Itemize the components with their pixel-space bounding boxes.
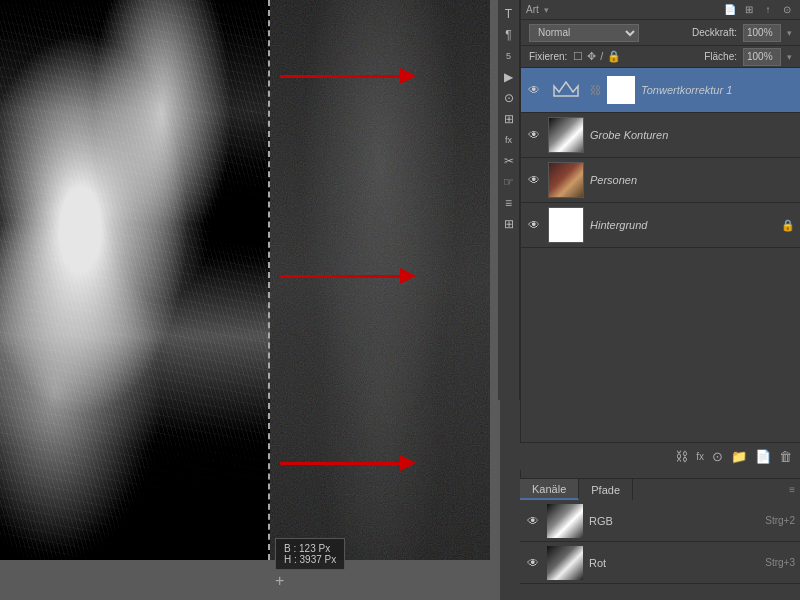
layer-thumb-hintergrund — [548, 207, 584, 243]
fix-icon-lock[interactable]: 🔒 — [607, 50, 621, 63]
tab-kanaele-label: Kanäle — [532, 483, 566, 495]
arrow-head-top — [400, 68, 416, 84]
channel-shortcut-rgb: Strg+2 — [765, 515, 795, 526]
layer-item-grobe[interactable]: 👁 Grobe Konturen — [521, 113, 800, 158]
layer-chain-tonwert: ⛓ — [590, 84, 601, 96]
red-arrow-top — [280, 68, 416, 84]
fix-label: Fixieren: — [529, 51, 567, 62]
opacity-input[interactable] — [743, 24, 781, 42]
layer-item-hintergrund[interactable]: 👁 Hintergrund 🔒 — [521, 203, 800, 248]
red-arrow-middle — [280, 268, 416, 284]
layer-visibility-grobe[interactable]: 👁 — [526, 127, 542, 143]
flaeche-input[interactable] — [743, 48, 781, 66]
panel-icon-3[interactable]: ↑ — [760, 2, 776, 18]
tool-5[interactable]: 5 — [500, 47, 518, 65]
layer-thumb-personen-img — [549, 163, 584, 198]
tab-pfade[interactable]: Pfade — [579, 479, 633, 500]
layers-area: 👁 ⛓ Tonwertkorrektur 1 👁 Grobe Konturen … — [521, 68, 800, 248]
fix-icons: ☐ ✥ / 🔒 — [573, 50, 621, 63]
tab-kanaele[interactable]: Kanäle — [520, 479, 579, 500]
channel-thumb-rot-img — [547, 546, 583, 580]
channel-tabs: Kanäle Pfade ≡ — [520, 478, 800, 500]
channel-tab-icon[interactable]: ≡ — [789, 484, 795, 495]
crosshair-cursor: + — [275, 572, 284, 590]
tool-fx[interactable]: fx — [500, 131, 518, 149]
measurement-box: B : 123 Px H : 3937 Px — [275, 538, 345, 570]
fix-icon-check[interactable]: ☐ — [573, 50, 583, 63]
layer-mask-tonwert — [607, 76, 635, 104]
layers-bottom-delete[interactable]: 🗑 — [779, 449, 792, 464]
layers-bottom-link[interactable]: ⛓ — [675, 449, 688, 464]
tab-pfade-label: Pfade — [591, 484, 620, 496]
tool-play[interactable]: ▶ — [500, 68, 518, 86]
channel-name-rot: Rot — [589, 557, 759, 569]
crown-svg — [551, 78, 581, 102]
layers-bottom-fx[interactable]: fx — [696, 451, 704, 462]
channel-visibility-rot[interactable]: 👁 — [525, 555, 541, 571]
b-value: 123 Px — [299, 543, 330, 554]
layers-bottom-mask[interactable]: ⊙ — [712, 449, 723, 464]
canvas-area: B : 123 Px H : 3937 Px + — [0, 0, 500, 600]
panel-icon-4[interactable]: ⊙ — [779, 2, 795, 18]
layer-visibility-tonwert[interactable]: 👁 — [526, 82, 542, 98]
layer-thumb-grobe — [548, 117, 584, 153]
canvas-dashed-line — [268, 0, 270, 560]
blend-mode-select[interactable]: Normal — [529, 24, 639, 42]
channel-area: 👁 RGB Strg+2 👁 Rot Strg+3 — [520, 500, 800, 600]
canvas-image-texture — [0, 0, 270, 560]
arrow-head-middle — [400, 268, 416, 284]
channel-tab-icons: ≡ — [789, 479, 800, 500]
tool-hand[interactable]: ☞ — [500, 173, 518, 191]
b-label: B : — [284, 543, 296, 554]
measurement-b: B : 123 Px — [284, 543, 336, 554]
layer-thumb-hintergrund-img — [549, 208, 584, 243]
channel-shortcut-rot: Strg+3 — [765, 557, 795, 568]
channel-item-rot[interactable]: 👁 Rot Strg+3 — [520, 542, 800, 584]
art-dropdown-icon[interactable]: ▾ — [544, 5, 549, 15]
layer-name-tonwert: Tonwertkorrektur 1 — [641, 84, 795, 96]
channel-thumb-rot — [547, 546, 583, 580]
panel-top-bar: Art ▾ 📄 ⊞ ↑ ⊙ — [521, 0, 800, 20]
vertical-toolbar: T ¶ 5 ▶ ⊙ ⊞ fx ✂ ☞ ≡ ⊞ — [498, 0, 520, 400]
tool-circle[interactable]: ⊙ — [500, 89, 518, 107]
h-label: H : — [284, 554, 297, 565]
top-bar-icons: 📄 ⊞ ↑ ⊙ — [722, 2, 795, 18]
layer-name-grobe: Grobe Konturen — [590, 129, 795, 141]
opacity-label: Deckkraft: — [692, 27, 737, 38]
layer-visibility-personen[interactable]: 👁 — [526, 172, 542, 188]
channel-thumb-rgb-img — [547, 504, 583, 538]
layer-lock-hintergrund: 🔒 — [781, 219, 795, 232]
tool-paragraph[interactable]: ¶ — [500, 26, 518, 44]
tool-grid[interactable]: ⊞ — [500, 110, 518, 128]
art-label: Art — [526, 4, 539, 15]
layers-bottom-bar: ⛓ fx ⊙ 📁 📄 🗑 — [520, 442, 800, 470]
layer-thumb-personen — [548, 162, 584, 198]
flaeche-dropdown[interactable]: ▾ — [787, 52, 792, 62]
tool-type[interactable]: T — [500, 5, 518, 23]
fix-row: Fixieren: ☐ ✥ / 🔒 Fläche: ▾ — [521, 46, 800, 68]
tool-list[interactable]: ≡ — [500, 194, 518, 212]
panel-icon-1[interactable]: 📄 — [722, 2, 738, 18]
canvas-left-image — [0, 0, 270, 560]
channel-thumb-rgb — [547, 504, 583, 538]
blend-mode-row: Normal Deckkraft: ▾ — [521, 20, 800, 46]
layers-bottom-folder[interactable]: 📁 — [731, 449, 747, 464]
panel-icon-2[interactable]: ⊞ — [741, 2, 757, 18]
layer-item-personen[interactable]: 👁 Personen — [521, 158, 800, 203]
fix-icon-paint[interactable]: / — [600, 50, 603, 63]
arrow-line-bottom — [280, 462, 400, 465]
layer-thumb-adjustment — [548, 72, 584, 108]
layer-item-tonwert[interactable]: 👁 ⛓ Tonwertkorrektur 1 — [521, 68, 800, 113]
opacity-dropdown[interactable]: ▾ — [787, 28, 792, 38]
layer-visibility-hintergrund[interactable]: 👁 — [526, 217, 542, 233]
arrow-line-middle — [280, 275, 400, 278]
fix-icon-move[interactable]: ✥ — [587, 50, 596, 63]
channel-visibility-rgb[interactable]: 👁 — [525, 513, 541, 529]
channel-item-rgb[interactable]: 👁 RGB Strg+2 — [520, 500, 800, 542]
tool-grid2[interactable]: ⊞ — [500, 215, 518, 233]
tool-scissors[interactable]: ✂ — [500, 152, 518, 170]
layers-bottom-new[interactable]: 📄 — [755, 449, 771, 464]
h-value: 3937 Px — [300, 554, 337, 565]
channel-name-rgb: RGB — [589, 515, 759, 527]
red-arrow-bottom — [280, 455, 416, 471]
